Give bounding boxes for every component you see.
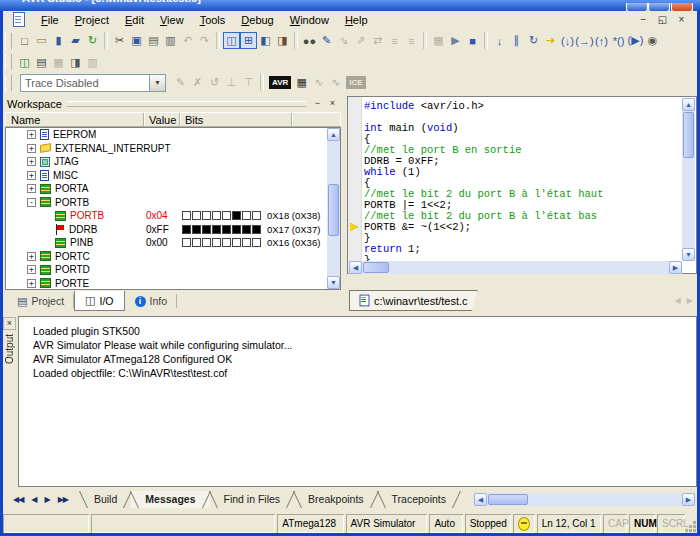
bit-checkbox[interactable] xyxy=(222,211,231,220)
outdent-button[interactable]: ≡ xyxy=(403,32,420,49)
connection-a-button[interactable]: ∿ xyxy=(310,74,327,91)
bit-checkbox[interactable] xyxy=(232,225,241,234)
cut-button[interactable]: ✂ xyxy=(111,32,128,49)
autostep-button[interactable]: (▶) xyxy=(627,32,644,49)
scroll-left-icon[interactable]: ◀ xyxy=(349,261,362,274)
mdi-restore-button[interactable]: ◱ xyxy=(655,13,670,26)
scrollbar-thumb[interactable] xyxy=(488,494,528,505)
open-file-button[interactable]: ▭ xyxy=(33,32,50,49)
bit-checkbox[interactable] xyxy=(182,225,191,234)
tab-scroll-icons[interactable]: ◀ ▶ xyxy=(674,296,695,305)
workspace-scrollbar[interactable]: ▲ ▼ xyxy=(327,128,340,289)
bit-checkbox[interactable] xyxy=(182,211,191,220)
tree-row-MISC[interactable]: +MISC xyxy=(6,169,340,183)
bit-checkbox[interactable] xyxy=(242,211,251,220)
toggle-workspace-window-button[interactable]: ◫ xyxy=(223,32,240,49)
workspace-shade-button[interactable]: − xyxy=(311,98,324,111)
avr-simulator-icon[interactable]: AVR xyxy=(269,76,291,89)
bit-checkbox[interactable] xyxy=(222,225,231,234)
bit-checkbox[interactable] xyxy=(252,238,261,247)
step-over-button[interactable]: (→) xyxy=(576,32,593,49)
paste-button[interactable]: ▤ xyxy=(145,32,162,49)
tab-build[interactable]: Build xyxy=(80,491,131,508)
tree-row-PORTB[interactable]: PORTB0x040X18 (0X38) xyxy=(6,209,340,223)
scroll-down-icon[interactable]: ▼ xyxy=(682,248,695,261)
tree-row-PORTD[interactable]: +PORTD xyxy=(6,263,340,277)
editor-vscrollbar[interactable]: ▲ ▼ xyxy=(682,98,695,261)
tree-row-PORTE[interactable]: +PORTE xyxy=(6,277,340,291)
bit-checkbox[interactable] xyxy=(212,225,221,234)
edit-bookmark-button[interactable]: ✎ xyxy=(318,32,335,49)
tree-row-PORTB[interactable]: -PORTB xyxy=(6,196,340,210)
workspace-close-button[interactable]: × xyxy=(326,98,339,111)
run-button[interactable]: ▶ xyxy=(447,32,464,49)
trace-swap-button[interactable]: ⇄ xyxy=(369,32,386,49)
toggle-output-window-button[interactable]: ⊞ xyxy=(240,32,257,49)
tree-row-DDRB[interactable]: DDRB0xFF0X17 (0X37) xyxy=(6,223,340,237)
scroll-left-icon[interactable]: ◀ xyxy=(474,493,487,506)
expand-toggle[interactable]: + xyxy=(27,265,36,274)
bit-checkbox[interactable] xyxy=(192,211,201,220)
trace-clear-button[interactable]: ✗ xyxy=(189,74,206,91)
trace-restart-button[interactable]: ↺ xyxy=(206,74,223,91)
tab-project[interactable]: ▤Project xyxy=(7,291,74,311)
stop-debugging-button[interactable]: ■ xyxy=(464,32,481,49)
bit-checkbox[interactable] xyxy=(212,238,221,247)
scrollbar-thumb[interactable] xyxy=(683,112,694,158)
expand-toggle[interactable]: + xyxy=(27,130,36,139)
scrollbar-thumb[interactable] xyxy=(328,184,339,236)
trace-over-button[interactable]: ⇗ xyxy=(352,32,369,49)
expand-toggle[interactable]: - xyxy=(27,198,36,207)
expand-toggle[interactable]: + xyxy=(27,157,36,166)
mdi-minimize-button[interactable]: − xyxy=(636,13,651,26)
save-all-button[interactable]: ▰ xyxy=(67,32,84,49)
memory-window-button[interactable]: ▦ xyxy=(50,54,67,71)
tree-row-PORTA[interactable]: +PORTA xyxy=(6,182,340,196)
emulator-icon[interactable]: ICE xyxy=(346,76,365,89)
menu-view[interactable]: View xyxy=(152,12,192,28)
register-window-button[interactable]: ▥ xyxy=(84,54,101,71)
column-name[interactable]: Name xyxy=(6,113,144,126)
device-chip-button[interactable]: ▦ xyxy=(293,74,310,91)
connection-b-button[interactable]: ∿ xyxy=(327,74,344,91)
toggle-breakpoint-button[interactable]: ◉ xyxy=(644,32,661,49)
expand-toggle[interactable]: + xyxy=(27,171,36,180)
minimize-button[interactable] xyxy=(626,3,648,11)
menu-window[interactable]: Window xyxy=(282,12,337,28)
find-button[interactable]: ●● xyxy=(301,32,318,49)
trace-edit-button[interactable]: ✎ xyxy=(172,74,189,91)
scroll-right-icon[interactable]: ▶ xyxy=(669,261,682,274)
output-close-button[interactable]: × xyxy=(3,317,16,330)
tab-info[interactable]: Info xyxy=(125,291,178,311)
workspace-drag-grip[interactable] xyxy=(67,101,306,107)
bit-checkbox[interactable] xyxy=(182,238,191,247)
next-tab-icon[interactable]: ▶ xyxy=(40,495,53,504)
expand-toggle[interactable]: + xyxy=(27,279,36,288)
menu-file[interactable]: File xyxy=(33,12,67,28)
watch-window-button[interactable]: ◫ xyxy=(16,54,33,71)
tab-find-in-files[interactable]: Find in Files xyxy=(210,491,295,508)
menu-help[interactable]: Help xyxy=(337,12,376,28)
bit-checkbox[interactable] xyxy=(242,238,251,247)
menu-tools[interactable]: Tools xyxy=(192,12,234,28)
refresh-button[interactable]: ↻ xyxy=(84,32,101,49)
output-hscrollbar[interactable]: ◀ ▶ xyxy=(474,493,695,506)
first-tab-icon[interactable]: ◀◀ xyxy=(9,495,27,504)
editor-hscrollbar[interactable]: ◀ ▶ xyxy=(349,261,682,274)
tab-messages[interactable]: Messages xyxy=(131,491,209,508)
prev-tab-icon[interactable]: ◀ xyxy=(27,495,40,504)
trace-window-button[interactable]: ▤ xyxy=(33,54,50,71)
scrollbar-thumb[interactable] xyxy=(363,262,389,273)
bit-checkbox[interactable] xyxy=(232,238,241,247)
scroll-up-icon[interactable]: ▲ xyxy=(327,128,340,141)
step-out-button[interactable]: (↑) xyxy=(593,32,610,49)
expand-toggle[interactable]: + xyxy=(27,252,36,261)
tab-tracepoints[interactable]: Tracepoints xyxy=(378,491,460,508)
close-button[interactable] xyxy=(671,3,693,11)
tab-breakpoints[interactable]: Breakpoints xyxy=(294,491,377,508)
expand-toggle[interactable]: + xyxy=(27,184,36,193)
bit-checkbox[interactable] xyxy=(222,238,231,247)
menu-debug[interactable]: Debug xyxy=(233,12,281,28)
bit-checkbox[interactable] xyxy=(232,211,241,220)
new-file-button[interactable]: □ xyxy=(16,32,33,49)
